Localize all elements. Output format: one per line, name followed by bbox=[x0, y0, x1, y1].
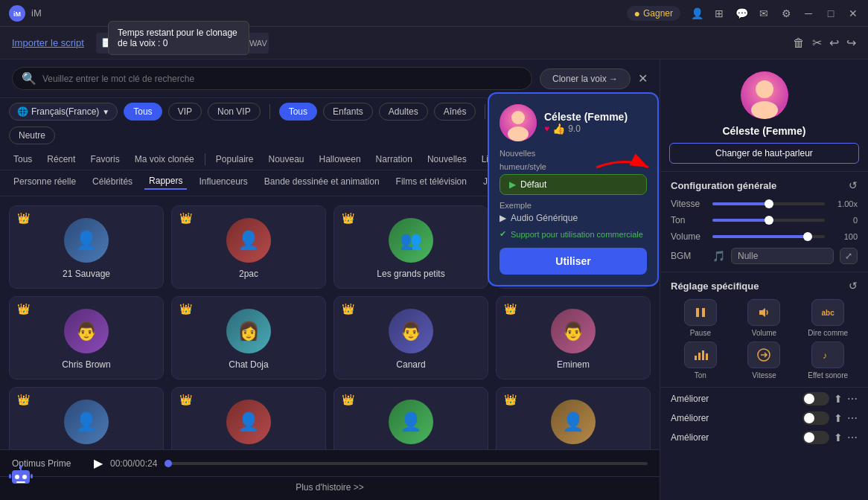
close-search-icon[interactable]: ✕ bbox=[638, 71, 648, 86]
filter-aines[interactable]: Aînés bbox=[434, 103, 476, 121]
ton-slider[interactable] bbox=[712, 219, 825, 222]
utiliser-btn[interactable]: Utiliser bbox=[500, 248, 647, 275]
maximize-btn[interactable]: □ bbox=[825, 7, 837, 19]
cat-halloween[interactable]: Halloween bbox=[315, 152, 366, 167]
specific-effet-sonore[interactable]: ♪ Effet sonore bbox=[798, 342, 858, 379]
voice-card-21sauvage[interactable]: 👑 👤 21 Sauvage bbox=[9, 205, 164, 289]
subcat-rappers[interactable]: Rappers bbox=[144, 173, 187, 190]
voice-card-optimus[interactable]: 👑 👤 bbox=[9, 387, 164, 449]
crown-icon: 👑 bbox=[17, 212, 30, 224]
clone-voix-btn[interactable]: Cloner la voix → bbox=[540, 68, 631, 89]
svg-rect-6 bbox=[702, 308, 705, 317]
cat-favoris[interactable]: Favoris bbox=[86, 152, 124, 167]
globe-icon: 🌐 bbox=[17, 106, 28, 117]
specific-vitesse[interactable]: Vitesse bbox=[735, 342, 794, 379]
player-progress-bar[interactable] bbox=[165, 462, 648, 465]
filter-tous-1[interactable]: Tous bbox=[124, 103, 162, 121]
filter-enfants[interactable]: Enfants bbox=[323, 103, 373, 121]
minimize-btn[interactable]: ─ bbox=[802, 7, 814, 19]
filter-non-vip[interactable]: Non VIP bbox=[208, 103, 261, 121]
ameliorer-toggle-2[interactable] bbox=[802, 411, 829, 425]
cat-ma-voix-clonee[interactable]: Ma voix clonée bbox=[130, 152, 199, 167]
cat-populaire[interactable]: Populaire bbox=[211, 152, 258, 167]
subcat-celebrites[interactable]: Célébrités bbox=[88, 174, 137, 189]
user-icon[interactable]: 👤 bbox=[691, 7, 703, 19]
scissors-icon[interactable]: ✂ bbox=[812, 36, 822, 50]
language-select[interactable]: 🌐 Français(France) ▼ bbox=[9, 103, 118, 121]
bgm-select[interactable]: Nulle bbox=[731, 248, 834, 264]
voice-card-v12[interactable]: 👑 👤 bbox=[496, 387, 651, 449]
volume-label: Volume bbox=[671, 231, 706, 242]
vitesse-slider[interactable] bbox=[712, 202, 825, 205]
ameliorer-more-2[interactable]: ⋯ bbox=[847, 412, 858, 424]
settings-icon[interactable]: ⚙ bbox=[780, 7, 792, 19]
voice-card-chat-doja[interactable]: 👑 👩 Chat Doja bbox=[171, 296, 326, 379]
plus-histoire-btn[interactable]: Plus d'histoire >> bbox=[0, 476, 660, 497]
subcat-influenceurs[interactable]: Influenceurs bbox=[194, 174, 252, 189]
ameliorer-toggle-3[interactable] bbox=[802, 431, 829, 444]
profile-name: Céleste (Femme) bbox=[722, 125, 805, 137]
voice-card-2pac[interactable]: 👑 👤 2pac bbox=[171, 205, 326, 289]
ton-label: Ton bbox=[671, 215, 706, 225]
change-speaker-btn[interactable]: Changer de haut-parleur bbox=[669, 143, 859, 164]
ameliorer-upload-icon-2[interactable]: ⬆ bbox=[834, 412, 843, 424]
voice-card-chris-brown[interactable]: 👑 👨 Chris Brown bbox=[9, 296, 164, 379]
search-magnifier-icon: 🔍 bbox=[22, 71, 36, 86]
voice-card-v11[interactable]: 👑 👤 bbox=[334, 387, 488, 449]
svg-marker-7 bbox=[759, 308, 765, 317]
filter-adultes[interactable]: Adultes bbox=[379, 103, 428, 121]
ameliorer-row-3: Améliorer ⬆ ⋯ bbox=[671, 431, 858, 444]
cat-tous[interactable]: Tous bbox=[9, 152, 36, 167]
player-play-btn[interactable]: ▶ bbox=[94, 456, 103, 470]
cat-nouveau[interactable]: Nouveau bbox=[264, 152, 308, 167]
subcat-personne-reelle[interactable]: Personne réelle bbox=[9, 174, 80, 189]
close-btn[interactable]: ✕ bbox=[847, 7, 859, 19]
subcat-films-television[interactable]: Films et télévision bbox=[392, 174, 471, 189]
volume-slider[interactable] bbox=[712, 235, 825, 238]
ameliorer-more-3[interactable]: ⋯ bbox=[847, 432, 858, 443]
cat-narration[interactable]: Narration bbox=[371, 152, 417, 167]
grid-icon[interactable]: ⊞ bbox=[713, 7, 725, 19]
right-panel: Céleste (Femme) Changer de haut-parleur … bbox=[660, 60, 868, 500]
config-generale-section: Configuration générale ↺ Vitesse 1.00x T… bbox=[660, 172, 868, 272]
config-refresh-icon[interactable]: ↺ bbox=[849, 179, 858, 191]
voice-card-eminem[interactable]: 👑 👨 Eminem bbox=[496, 296, 651, 379]
ameliorer-more-1[interactable]: ⋯ bbox=[847, 393, 858, 405]
cat-recent[interactable]: Récent bbox=[42, 152, 80, 167]
filter-tous-2[interactable]: Tous bbox=[279, 103, 317, 121]
audio-generique-btn[interactable]: ▶ Audio Générique bbox=[500, 213, 578, 223]
voice-card-v10[interactable]: 👑 👤 bbox=[171, 387, 326, 449]
voice-card-grands-petits[interactable]: 👑 👥 Les grands petits bbox=[334, 205, 488, 289]
discord-icon[interactable]: 💬 bbox=[735, 7, 747, 19]
filter-neutre[interactable]: Neutre bbox=[9, 126, 55, 144]
ameliorer-toggle-1[interactable] bbox=[802, 392, 829, 406]
ton-slider-row: Ton 0 bbox=[671, 215, 858, 225]
trash-icon[interactable]: 🗑 bbox=[793, 36, 805, 50]
crown-icon: 👑 bbox=[342, 394, 354, 406]
ameliorer-upload-icon-1[interactable]: ⬆ bbox=[834, 393, 843, 405]
specific-dire-comme[interactable]: abc Dire comme bbox=[798, 299, 858, 337]
voice-card-canard[interactable]: 👑 👨 Canard bbox=[334, 296, 488, 379]
bgm-expand-btn[interactable]: ⤢ bbox=[840, 248, 858, 264]
redo-icon[interactable]: ↪ bbox=[846, 36, 856, 50]
svg-rect-5 bbox=[696, 308, 699, 317]
pause-icon-wrap bbox=[684, 299, 717, 326]
player-time: 00:00/00:24 bbox=[110, 458, 157, 469]
undo-icon[interactable]: ↩ bbox=[829, 36, 839, 50]
bot-icon[interactable] bbox=[6, 461, 36, 494]
cat-nouvelles[interactable]: Nouvelles bbox=[423, 152, 471, 167]
voice-avatar-2pac: 👤 bbox=[226, 218, 271, 263]
specific-volume[interactable]: Volume bbox=[735, 299, 794, 337]
import-script-link[interactable]: Importer le script bbox=[12, 37, 84, 48]
subcat-bande-dessinee[interactable]: Bande dessinée et animation bbox=[260, 174, 384, 189]
specific-ton[interactable]: Ton bbox=[671, 342, 730, 379]
mail-icon[interactable]: ✉ bbox=[758, 7, 770, 19]
specific-refresh-icon[interactable]: ↺ bbox=[849, 280, 858, 292]
search-input[interactable] bbox=[42, 74, 523, 84]
ameliorer-upload-icon-3[interactable]: ⬆ bbox=[834, 432, 843, 443]
wav-icon[interactable]: WAV bbox=[248, 33, 269, 54]
filter-vip[interactable]: VIP bbox=[168, 103, 202, 121]
specific-pause[interactable]: Pause bbox=[671, 299, 730, 337]
voice-avatar-v10: 👤 bbox=[226, 400, 271, 444]
gagner-btn[interactable]: Gagner bbox=[643, 8, 673, 19]
